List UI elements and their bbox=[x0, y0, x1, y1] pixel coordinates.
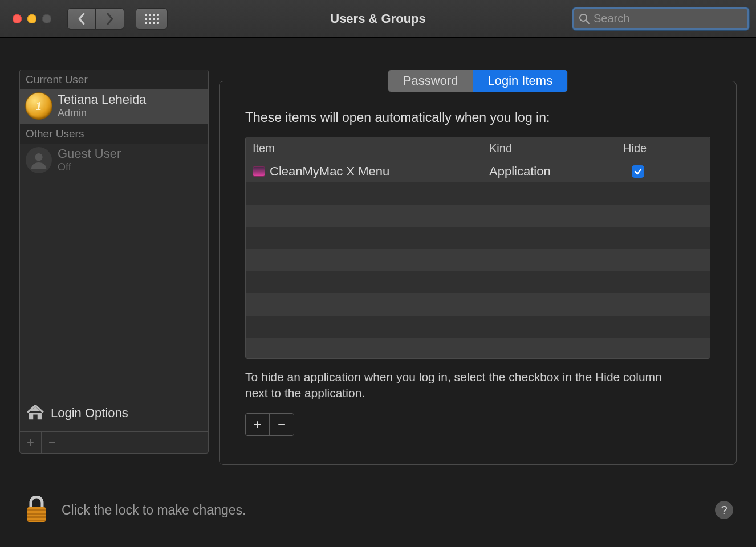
minimize-window-button[interactable] bbox=[27, 14, 36, 23]
item-name: CleanMyMac X Menu bbox=[270, 164, 389, 179]
tab-login-items[interactable]: Login Items bbox=[473, 70, 567, 92]
current-user-row[interactable]: 1 Tetiana Leheida Admin bbox=[20, 89, 208, 124]
window-controls bbox=[13, 14, 51, 23]
svg-point-2 bbox=[35, 153, 42, 161]
column-spacer bbox=[659, 137, 710, 160]
chevron-left-icon bbox=[78, 13, 86, 25]
search-icon bbox=[579, 13, 590, 25]
login-items-panel: These items will open automatically when… bbox=[219, 81, 737, 465]
users-sidebar: Current User 1 Tetiana Leheida Admin Oth… bbox=[19, 70, 209, 454]
table-row bbox=[246, 227, 710, 249]
footer: Click the lock to make changes. ? bbox=[0, 473, 756, 547]
current-user-role: Admin bbox=[58, 107, 146, 119]
tab-bar: Password Login Items bbox=[388, 70, 568, 92]
panel-heading: These items will open automatically when… bbox=[245, 110, 710, 125]
toolbar: Users & Groups bbox=[0, 0, 756, 38]
column-hide[interactable]: Hide bbox=[616, 137, 659, 160]
lock-button[interactable] bbox=[23, 496, 50, 524]
show-all-button[interactable] bbox=[136, 8, 168, 30]
svg-rect-5 bbox=[27, 509, 46, 511]
svg-rect-7 bbox=[27, 516, 46, 518]
table-row[interactable]: CleanMyMac X Menu Application bbox=[246, 160, 710, 182]
admin-medal-icon: 1 bbox=[26, 93, 52, 119]
search-input[interactable] bbox=[594, 12, 743, 25]
back-button[interactable] bbox=[67, 8, 96, 30]
add-item-button[interactable]: + bbox=[246, 414, 270, 435]
checkmark-icon bbox=[633, 167, 643, 176]
remove-user-button[interactable]: − bbox=[42, 432, 63, 453]
svg-point-0 bbox=[580, 14, 587, 21]
table-row bbox=[246, 316, 710, 338]
table-row bbox=[246, 249, 710, 271]
item-add-remove: + − bbox=[245, 413, 294, 436]
table-header: Item Kind Hide bbox=[246, 137, 710, 160]
table-row bbox=[246, 182, 710, 205]
grid-icon bbox=[145, 14, 159, 24]
nav-buttons bbox=[67, 8, 124, 30]
hide-checkbox[interactable] bbox=[632, 165, 644, 178]
sidebar-add-remove: + − bbox=[20, 431, 208, 453]
lock-icon bbox=[25, 496, 48, 524]
login-options-label: Login Options bbox=[51, 406, 128, 421]
add-user-button[interactable]: + bbox=[20, 432, 42, 453]
chevron-right-icon bbox=[106, 13, 114, 25]
main-panel: Password Login Items These items will op… bbox=[219, 70, 737, 465]
help-button[interactable]: ? bbox=[715, 501, 733, 519]
other-users-header: Other Users bbox=[20, 124, 208, 144]
home-icon bbox=[27, 405, 44, 422]
login-options-row[interactable]: Login Options bbox=[20, 394, 208, 431]
forward-button[interactable] bbox=[96, 8, 124, 30]
guest-avatar-icon bbox=[26, 147, 52, 173]
table-row bbox=[246, 338, 710, 359]
svg-rect-6 bbox=[27, 513, 46, 515]
column-item[interactable]: Item bbox=[246, 137, 482, 160]
lock-text: Click the lock to make changes. bbox=[62, 503, 246, 518]
remove-item-button[interactable]: − bbox=[270, 414, 294, 435]
item-kind: Application bbox=[482, 164, 616, 179]
table-row bbox=[246, 293, 710, 316]
guest-user-row[interactable]: Guest User Off bbox=[20, 144, 208, 178]
svg-line-1 bbox=[586, 21, 589, 23]
app-icon bbox=[253, 166, 265, 177]
guest-user-name: Guest User bbox=[58, 147, 121, 161]
login-items-table: Item Kind Hide CleanMyMac X Menu Applica… bbox=[245, 137, 710, 359]
search-field[interactable] bbox=[572, 7, 749, 30]
tab-password[interactable]: Password bbox=[388, 70, 473, 92]
table-row bbox=[246, 205, 710, 227]
table-body: CleanMyMac X Menu Application bbox=[246, 160, 710, 359]
hide-hint-text: To hide an application when you log in, … bbox=[245, 369, 667, 402]
table-row bbox=[246, 271, 710, 293]
close-window-button[interactable] bbox=[13, 14, 22, 23]
current-user-name: Tetiana Leheida bbox=[58, 93, 146, 107]
zoom-window-button[interactable] bbox=[42, 14, 51, 23]
current-user-header: Current User bbox=[20, 70, 208, 89]
guest-user-role: Off bbox=[58, 161, 121, 173]
svg-rect-8 bbox=[27, 520, 46, 521]
column-kind[interactable]: Kind bbox=[482, 137, 616, 160]
